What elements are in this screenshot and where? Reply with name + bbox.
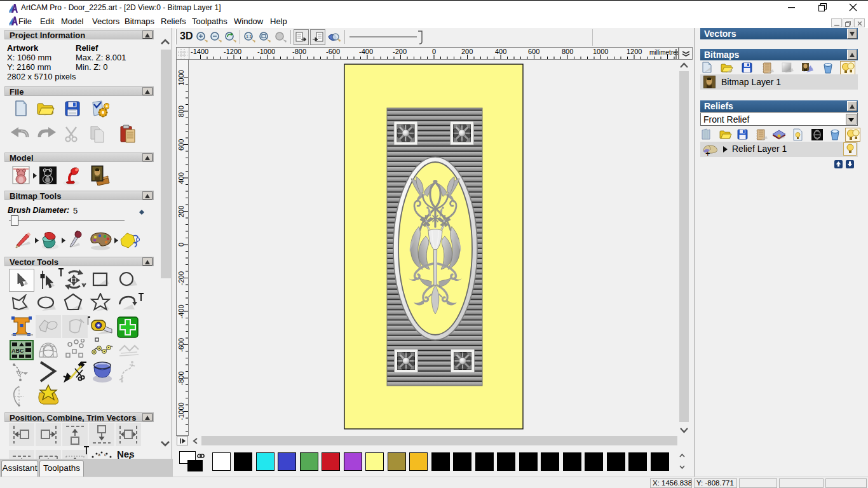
svg-text:-1200: -1200 <box>224 48 241 55</box>
svg-text:c: c <box>104 452 107 457</box>
svg-text:1200: 1200 <box>627 48 642 55</box>
svg-text:ABC: ABC <box>11 348 24 354</box>
svg-text:-800: -800 <box>292 48 306 55</box>
svg-text:400: 400 <box>495 48 506 55</box>
svg-text:-1400: -1400 <box>191 48 208 55</box>
svg-text:millimetres: millimetres <box>649 49 678 56</box>
svg-text:600: 600 <box>528 48 539 55</box>
svg-text:-400: -400 <box>359 48 373 55</box>
svg-text:1000: 1000 <box>593 48 608 55</box>
svg-text:0: 0 <box>432 48 436 55</box>
svg-text:800: 800 <box>562 48 573 55</box>
svg-text:200: 200 <box>461 48 473 55</box>
svg-text:-600: -600 <box>326 48 340 55</box>
svg-text:-1000: -1000 <box>257 48 275 55</box>
svg-text:-200: -200 <box>393 48 407 55</box>
svg-text:1:1: 1:1 <box>246 34 252 39</box>
svg-text:a: a <box>98 452 100 457</box>
